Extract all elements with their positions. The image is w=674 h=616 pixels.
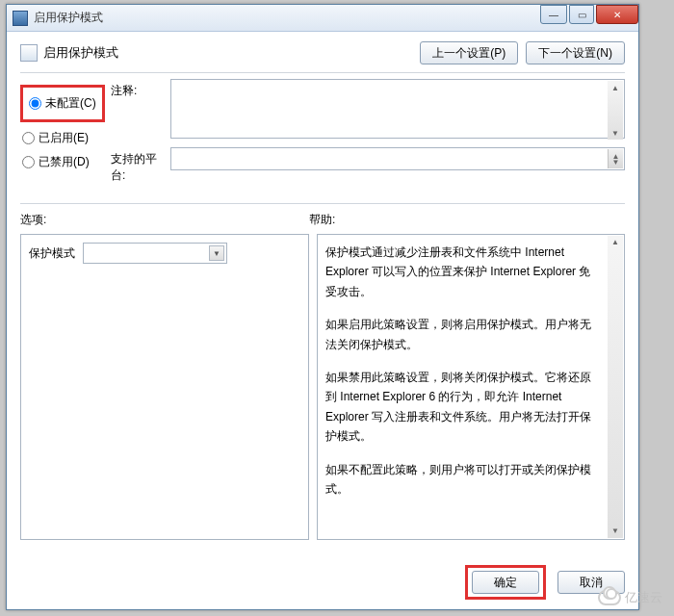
comment-input[interactable] (170, 79, 625, 139)
platform-label: 支持的平台: (111, 147, 170, 184)
scrollbar[interactable]: ▲ ▼ (608, 236, 623, 538)
maximize-button[interactable]: ▭ (569, 5, 594, 24)
platform-wrap: ▲ ▼ (170, 147, 625, 170)
window-controls: — ▭ ✕ (538, 5, 638, 24)
help-p1: 保护模式通过减少注册表和文件系统中 Internet Explorer 可以写入… (325, 243, 601, 301)
nav-buttons: 上一个设置(P) 下一个设置(N) (420, 41, 625, 64)
radio-disabled[interactable]: 已禁用(D) (20, 150, 111, 174)
scroll-up-icon: ▲ (608, 81, 623, 94)
help-heading: 帮助: (309, 212, 625, 228)
prev-setting-button[interactable]: 上一个设置(P) (420, 41, 518, 64)
scrollbar[interactable]: ▲ ▼ (608, 149, 623, 168)
fields-column: 注释: ▲ ▼ 支持的平台: (111, 79, 625, 190)
minimize-button[interactable]: — (540, 5, 567, 24)
radio-not-configured-label: 未配置(C) (45, 95, 96, 112)
radio-not-configured[interactable]: 未配置(C) (27, 91, 98, 116)
next-setting-button[interactable]: 下一个设置(N) (526, 41, 625, 64)
option-mode-label: 保护模式 (29, 245, 75, 262)
policy-icon (20, 44, 38, 62)
header-row: 启用保护模式 上一个设置(P) 下一个设置(N) (20, 41, 625, 64)
radio-enabled-input[interactable] (22, 132, 35, 144)
platform-input[interactable]: ▲ ▼ (170, 147, 625, 170)
help-p2: 如果启用此策略设置，则将启用保护模式。用户将无法关闭保护模式。 (325, 315, 601, 354)
scroll-up-icon: ▲ (608, 236, 623, 249)
scroll-down-icon: ▼ (608, 126, 623, 140)
titlebar: 启用保护模式 — ▭ ✕ (7, 5, 638, 32)
options-heading: 选项: (20, 212, 309, 228)
highlight-not-configured: 未配置(C) (20, 85, 105, 122)
highlight-ok: 确定 (465, 565, 546, 600)
dialog-content: 启用保护模式 上一个设置(P) 下一个设置(N) 未配置(C) 已启用(E) (7, 32, 638, 550)
option-row-mode: 保护模式 ▼ (29, 243, 300, 264)
radio-enabled-label: 已启用(E) (39, 130, 89, 146)
radio-not-configured-input[interactable] (29, 97, 41, 110)
watermark-text: 亿速云 (625, 589, 662, 606)
help-p3: 如果禁用此策略设置，则将关闭保护模式。它将还原到 Internet Explor… (325, 368, 601, 447)
platform-row: 支持的平台: ▲ ▼ (111, 147, 625, 184)
chevron-down-icon: ▼ (209, 245, 224, 261)
separator (20, 72, 625, 73)
option-mode-select[interactable]: ▼ (83, 243, 227, 264)
config-row: 未配置(C) 已启用(E) 已禁用(D) 注释: (20, 79, 625, 190)
panels: 保护模式 ▼ 保护模式通过减少注册表和文件系统中 Internet Explor… (20, 234, 625, 540)
comment-wrap: ▲ ▼ (170, 79, 625, 141)
help-p4: 如果不配置此策略，则用户将可以打开或关闭保护模式。 (325, 460, 601, 500)
app-icon (13, 11, 28, 26)
scrollbar[interactable]: ▲ ▼ (608, 81, 623, 140)
radio-disabled-label: 已禁用(D) (39, 154, 90, 170)
comment-label: 注释: (111, 79, 170, 99)
policy-title: 启用保护模式 (43, 44, 420, 62)
column-labels: 选项: 帮助: (20, 212, 625, 228)
options-panel: 保护模式 ▼ (20, 234, 309, 540)
cloud-icon (598, 590, 621, 605)
footer: 确定 取消 (20, 565, 625, 600)
radio-enabled[interactable]: 已启用(E) (20, 126, 111, 150)
dialog-window: 启用保护模式 — ▭ ✕ 启用保护模式 上一个设置(P) 下一个设置(N) 未配… (6, 4, 639, 610)
separator (20, 203, 625, 204)
comment-row: 注释: ▲ ▼ (111, 79, 625, 141)
help-panel: 保护模式通过减少注册表和文件系统中 Internet Explorer 可以写入… (317, 234, 625, 540)
close-button[interactable]: ✕ (596, 5, 638, 24)
watermark: 亿速云 (598, 589, 662, 606)
radio-column: 未配置(C) 已启用(E) 已禁用(D) (20, 79, 111, 174)
help-body: 保护模式通过减少注册表和文件系统中 Internet Explorer 可以写入… (325, 243, 601, 499)
ok-button[interactable]: 确定 (472, 571, 539, 594)
scroll-down-icon: ▼ (608, 525, 623, 538)
scroll-down-icon: ▼ (609, 155, 623, 168)
radio-disabled-input[interactable] (22, 156, 35, 168)
